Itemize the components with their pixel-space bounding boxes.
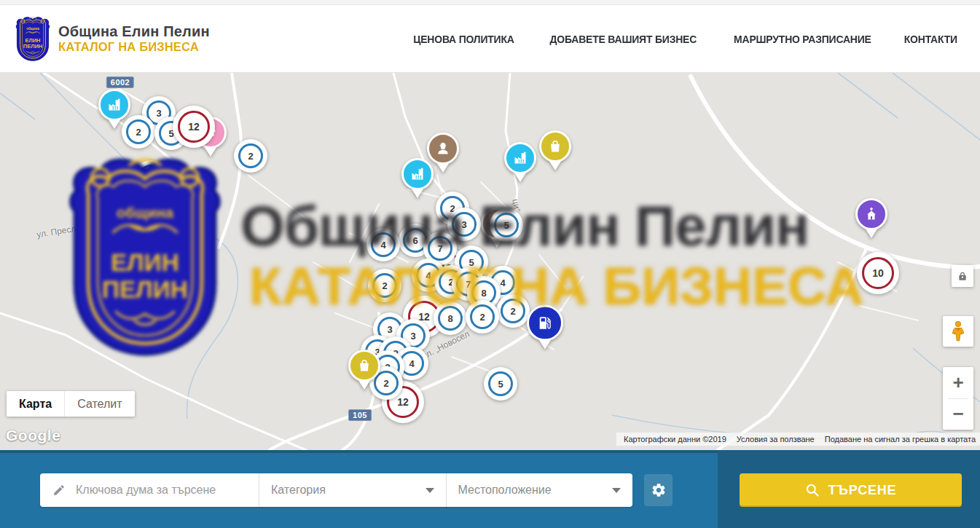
map-cluster[interactable]: 2 — [134, 160, 168, 194]
location-select[interactable]: Местоположение — [446, 473, 633, 507]
attribution-copyright: Картографски данни ©2019 — [624, 435, 726, 444]
lock-icon — [957, 271, 968, 281]
map-cluster[interactable]: 5 — [484, 367, 517, 401]
road-number-badge: 6002 — [106, 76, 134, 88]
search-field-group: Категория Местоположение — [40, 473, 632, 507]
map-pin-factory[interactable] — [98, 89, 130, 129]
road-number-badge: 105 — [348, 409, 372, 421]
pegman-icon — [950, 320, 966, 342]
nav-item[interactable]: ЦЕНОВА ПОЛИТИКА — [413, 33, 514, 45]
map-pin-church[interactable] — [855, 198, 887, 238]
location-select-label: Местоположение — [458, 484, 552, 497]
street-label: ул. Преслав — [36, 222, 86, 240]
map-cluster[interactable]: 5 — [490, 208, 523, 242]
zoom-control: + − — [943, 367, 973, 430]
map-canvas[interactable]: ул. Преславбул. „Новоселци“6002105212123… — [0, 73, 980, 450]
nav-item[interactable]: КОНТАКТИ — [904, 33, 957, 45]
brand-logo-link[interactable]: община ЕЛИН ПЕЛИН Община Елин Пелин КАТА… — [15, 16, 210, 62]
gear-icon — [651, 482, 667, 498]
street-view-pegman-button[interactable] — [943, 316, 973, 347]
top-strip — [0, 0, 980, 5]
keyword-field — [40, 473, 259, 507]
map-cluster[interactable]: 8 — [434, 302, 467, 335]
nav-item[interactable]: ДОБАВЕТЕ ВАШИЯТ БИЗНЕС — [550, 33, 697, 45]
map-type-map-button[interactable]: Карта — [7, 391, 64, 417]
map-pin-fuel[interactable] — [527, 304, 563, 349]
search-button[interactable]: ТЪРСЕНЕ — [740, 473, 962, 507]
map-cluster[interactable]: 10 — [857, 252, 899, 294]
svg-text:ЕЛИН: ЕЛИН — [26, 36, 41, 43]
map-cluster[interactable]: 3 — [447, 208, 481, 241]
advanced-search-button[interactable] — [644, 474, 673, 506]
map-pin-factory[interactable] — [401, 158, 434, 198]
pencil-icon — [52, 484, 66, 497]
search-icon — [805, 483, 820, 497]
category-select-label: Категория — [271, 484, 326, 497]
category-select[interactable]: Категория — [259, 473, 446, 507]
map-cluster[interactable]: 2 — [496, 294, 530, 328]
map-cluster[interactable]: 2 — [466, 300, 499, 334]
map-cluster[interactable]: 4 — [366, 228, 400, 261]
zoom-in-button[interactable]: + — [943, 367, 973, 398]
map-pin-bag[interactable] — [348, 350, 380, 390]
map-pin-factory[interactable] — [504, 142, 536, 182]
map-attribution: Картографски данни ©2019 Условия за полз… — [616, 433, 980, 446]
brand-title: Община Елин Пелин — [58, 23, 210, 40]
google-logo[interactable]: Google — [6, 427, 60, 444]
search-input[interactable] — [74, 483, 245, 497]
nav-item[interactable]: МАРШРУТНО РАЗПИСАНИЕ — [734, 33, 871, 45]
search-button-label: ТЪРСЕНЕ — [828, 483, 897, 498]
zoom-out-button[interactable]: − — [943, 399, 973, 430]
svg-text:ПЕЛИН: ПЕЛИН — [23, 42, 42, 49]
site-header: община ЕЛИН ПЕЛИН Община Елин Пелин КАТА… — [0, 5, 980, 73]
chevron-down-icon — [426, 488, 434, 493]
map-type-satellite-button[interactable]: Сателит — [64, 391, 134, 417]
map-cluster[interactable]: 2 — [368, 269, 401, 302]
chevron-down-icon — [612, 488, 621, 493]
municipality-crest-icon: община ЕЛИН ПЕЛИН — [15, 16, 51, 62]
page: община ЕЛИН ПЕЛИН Община Елин Пелин КАТА… — [0, 0, 980, 528]
report-error-link[interactable]: Подаване на сигнал за грешка в картата — [825, 435, 976, 444]
map-type-control: Карта Сателит — [7, 391, 135, 417]
map-cluster[interactable]: 12 — [173, 106, 215, 148]
search-bar: Категория Местоположение ТЪРСЕНЕ — [0, 450, 980, 528]
brand-subtitle: КАТАЛОГ НА БИЗНЕСА — [58, 40, 205, 55]
terms-link[interactable]: Условия за ползване — [737, 435, 815, 444]
lock-button[interactable] — [952, 265, 973, 287]
map-cluster[interactable]: 2 — [234, 139, 267, 173]
main-nav: ЦЕНОВА ПОЛИТИКАДОБАВЕТЕ ВАШИЯТ БИЗНЕСМАР… — [409, 33, 960, 45]
marker-layer: ул. Преславбул. „Новоселци“6002105212123… — [0, 73, 980, 450]
svg-text:община: община — [26, 26, 39, 31]
map-pin-bag[interactable] — [539, 130, 571, 170]
